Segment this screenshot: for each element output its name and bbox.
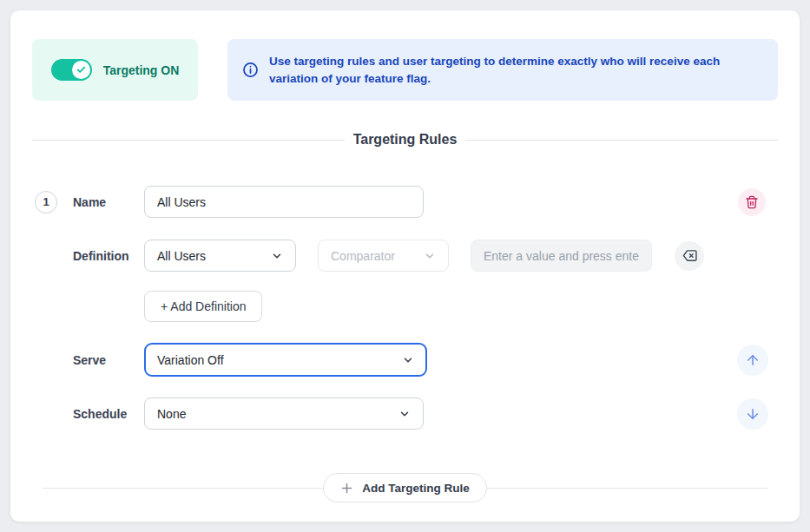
section-title: Targeting Rules (352, 132, 459, 148)
chevron-down-icon (271, 250, 283, 262)
serve-select-value: Variation Off (157, 353, 224, 367)
rule-index-badge: 1 (35, 191, 57, 213)
divider-right (465, 140, 778, 141)
info-banner: Use targeting rules and user targeting t… (227, 39, 778, 101)
name-label: Name (73, 195, 106, 209)
rule-schedule-row: Schedule None (32, 397, 778, 430)
arrow-down-icon (745, 406, 761, 422)
arrow-up-icon (745, 352, 761, 368)
delete-rule-button[interactable] (738, 188, 766, 216)
footer-divider: Add Targeting Rule (32, 473, 778, 502)
definition-select-value: All Users (157, 249, 206, 263)
add-definition-button[interactable]: + Add Definition (144, 291, 262, 322)
move-rule-down-button[interactable] (737, 398, 768, 430)
trash-icon (745, 195, 759, 209)
comparator-select[interactable]: Comparator (318, 240, 449, 272)
schedule-select[interactable]: None (144, 397, 424, 430)
clear-definition-button[interactable] (675, 241, 704, 271)
info-banner-text: Use targeting rules and user targeting t… (269, 53, 752, 88)
toggle-thumb (72, 61, 90, 79)
divider-left (32, 140, 345, 141)
rule-definition-row: Definition All Users Comparator (32, 240, 778, 272)
chevron-down-icon (424, 250, 436, 262)
serve-select[interactable]: Variation Off (144, 343, 427, 377)
targeting-rule: 1 Name Definition All Users Comparator (32, 186, 778, 430)
comparator-select-placeholder: Comparator (331, 249, 395, 263)
chevron-down-icon (402, 354, 414, 366)
targeting-card: Targeting ON Use targeting rules and use… (10, 10, 800, 522)
targeting-toggle-label: Targeting ON (103, 63, 180, 77)
backspace-icon (682, 248, 697, 263)
schedule-label: Schedule (73, 407, 127, 421)
section-heading: Targeting Rules (32, 130, 778, 149)
plus-icon (340, 482, 353, 495)
add-targeting-rule-label: Add Targeting Rule (362, 482, 470, 495)
info-icon (242, 62, 259, 78)
serve-label: Serve (73, 353, 106, 367)
schedule-select-value: None (157, 407, 186, 421)
rule-name-input[interactable] (144, 186, 424, 218)
rule-name-row: 1 Name (32, 186, 778, 218)
chevron-down-icon (398, 408, 411, 420)
targeting-toggle-panel: Targeting ON (32, 39, 198, 101)
header-row: Targeting ON Use targeting rules and use… (32, 39, 778, 101)
targeting-toggle[interactable] (51, 59, 92, 81)
rule-serve-row: Serve Variation Off (32, 343, 778, 377)
move-rule-up-button[interactable] (737, 345, 768, 376)
definition-value-input[interactable] (471, 240, 652, 272)
add-targeting-rule-button[interactable]: Add Targeting Rule (323, 473, 487, 502)
add-definition-row: + Add Definition (32, 291, 778, 322)
definition-select[interactable]: All Users (144, 240, 296, 272)
definition-label: Definition (73, 249, 129, 263)
check-icon (76, 65, 86, 75)
